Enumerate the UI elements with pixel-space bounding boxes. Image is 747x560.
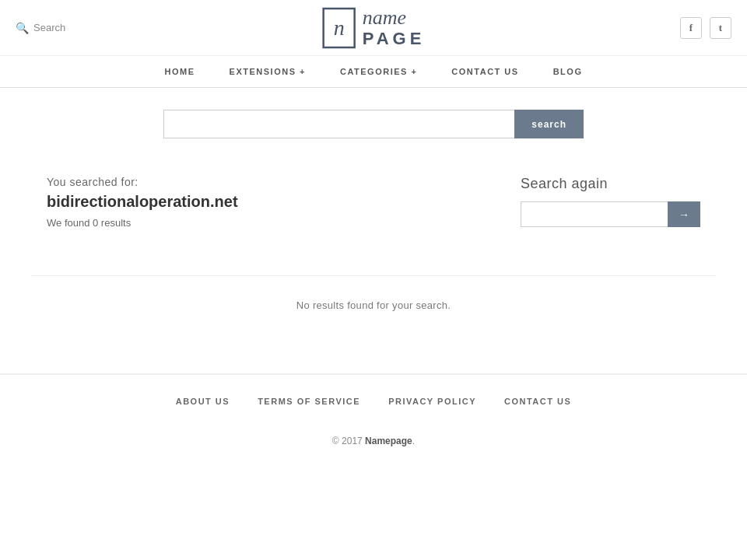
search-term: bidirectionaloperation.net xyxy=(47,193,489,211)
search-again-input[interactable] xyxy=(521,201,668,227)
nav-link-contact[interactable]: CONTACT US xyxy=(434,56,535,87)
footer-link-privacy[interactable]: PRIVACY POLICY xyxy=(374,390,490,412)
main-content: You searched for: bidirectionaloperation… xyxy=(16,160,731,275)
copyright: © 2017 Namepage. xyxy=(0,428,747,462)
footer-nav: ABOUT US TERMS OF SERVICE PRIVACY POLICY… xyxy=(0,374,747,428)
no-results-section: No results found for your search. xyxy=(31,275,716,327)
main-nav: HOME EXTENSIONS + CATEGORIES + CONTACT U… xyxy=(0,56,747,88)
search-bar-wrapper: search xyxy=(163,110,584,138)
nav-item-contact[interactable]: CONTACT US xyxy=(434,56,535,87)
svg-text:n: n xyxy=(334,16,345,40)
search-again-wrapper: → xyxy=(521,201,700,227)
results-count: We found 0 results xyxy=(47,217,489,229)
logo-page: PAGE xyxy=(363,30,426,48)
nav-item-home[interactable]: HOME xyxy=(148,56,212,87)
nav-item-categories[interactable]: CATEGORIES + xyxy=(323,56,434,87)
nav-list: HOME EXTENSIONS + CATEGORIES + CONTACT U… xyxy=(16,56,731,87)
search-input[interactable] xyxy=(163,110,514,138)
copyright-brand: Namepage xyxy=(365,436,412,446)
nav-link-blog[interactable]: BLOG xyxy=(536,56,600,87)
search-again-button[interactable]: → xyxy=(668,201,700,227)
search-results-info: You searched for: bidirectionaloperation… xyxy=(47,176,489,229)
you-searched-label: You searched for: xyxy=(47,176,489,188)
copyright-text: © 2017 xyxy=(332,436,365,446)
search-again-section: Search again → xyxy=(521,176,700,227)
logo-text: name PAGE xyxy=(363,7,426,48)
site-header: 🔍 Search n name PAGE f t xyxy=(0,0,747,56)
nav-item-extensions[interactable]: EXTENSIONS + xyxy=(212,56,323,87)
nav-link-categories[interactable]: CATEGORIES + xyxy=(323,56,434,87)
footer-link-terms[interactable]: TERMS OF SERVICE xyxy=(244,390,374,412)
nav-link-home[interactable]: HOME xyxy=(148,56,212,87)
search-label: Search xyxy=(33,22,65,33)
facebook-icon[interactable]: f xyxy=(680,17,702,39)
site-logo[interactable]: n name PAGE xyxy=(322,7,426,49)
nav-link-extensions[interactable]: EXTENSIONS + xyxy=(212,56,323,87)
footer-link-about[interactable]: ABOUT US xyxy=(162,390,244,412)
search-icon: 🔍 xyxy=(16,22,29,34)
search-bar-section: search xyxy=(0,88,747,160)
nav-item-blog[interactable]: BLOG xyxy=(536,56,600,87)
search-again-title: Search again xyxy=(521,176,700,192)
copyright-suffix: . xyxy=(412,436,415,446)
logo-icon-svg: n xyxy=(322,7,356,49)
search-button[interactable]: search xyxy=(514,110,584,138)
no-results-message: No results found for your search. xyxy=(296,299,451,311)
header-social: f t xyxy=(680,17,731,39)
logo-name: name xyxy=(363,7,426,30)
twitter-icon[interactable]: t xyxy=(710,17,731,39)
footer-link-contact[interactable]: CONTACT US xyxy=(490,390,585,412)
header-search[interactable]: 🔍 Search xyxy=(16,22,65,34)
